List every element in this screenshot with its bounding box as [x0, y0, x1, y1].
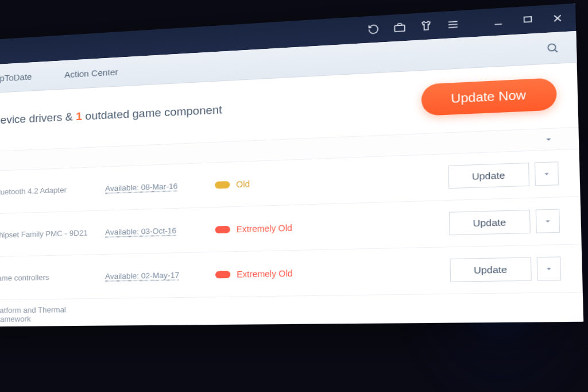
driver-available-link[interactable]: Available: 03-Oct-16 [105, 225, 209, 237]
refresh-icon[interactable] [368, 24, 380, 35]
update-now-button[interactable]: Update Now [421, 78, 557, 116]
driver-name: Bluetooth 4.2 Adapter [0, 185, 99, 197]
driver-name: Chipset Family PMC - 9D21 [0, 228, 99, 240]
summary-text: device drivers & 1 outdated game compone… [0, 103, 222, 126]
svg-line-4 [494, 24, 502, 25]
search-icon[interactable] [546, 41, 560, 55]
tab-action-center[interactable]: Action Center [48, 66, 135, 80]
update-button[interactable]: Update [448, 210, 531, 235]
svg-line-2 [448, 24, 458, 25]
update-dropdown-button[interactable] [537, 256, 562, 280]
menu-icon[interactable] [447, 18, 459, 30]
svg-line-1 [448, 21, 458, 22]
driver-status: Extremely Old [215, 222, 330, 235]
status-pill-icon [215, 180, 230, 188]
tshirt-icon[interactable] [420, 20, 432, 32]
briefcase-icon[interactable] [394, 22, 406, 33]
tab-uptodate[interactable]: UpToDate [0, 71, 48, 84]
svg-rect-0 [394, 25, 404, 32]
update-dropdown-button[interactable] [535, 162, 559, 186]
update-dropdown-button[interactable] [536, 209, 560, 233]
update-button[interactable]: Update [448, 163, 529, 189]
driver-available-link[interactable]: Available: 08-Mar-16 [105, 180, 208, 193]
svg-point-8 [548, 44, 555, 51]
app-window: PRO [0, 3, 583, 327]
maximize-icon[interactable] [523, 15, 532, 25]
svg-line-9 [555, 49, 558, 52]
driver-name: game controllers [0, 272, 99, 283]
chevron-down-icon[interactable] [544, 134, 554, 144]
status-pill-icon [215, 225, 230, 233]
status-pill-icon [215, 271, 230, 278]
close-icon[interactable] [552, 13, 563, 24]
minimize-icon[interactable] [493, 17, 504, 27]
driver-available-link[interactable]: Available: 02-May-17 [105, 270, 209, 281]
driver-status: Extremely Old [215, 267, 330, 279]
driver-status: Old [215, 176, 329, 190]
svg-rect-5 [524, 17, 532, 22]
update-button[interactable]: Update [450, 257, 532, 282]
svg-line-3 [448, 27, 458, 28]
driver-name: Platform and Thermal Framework [0, 305, 99, 324]
